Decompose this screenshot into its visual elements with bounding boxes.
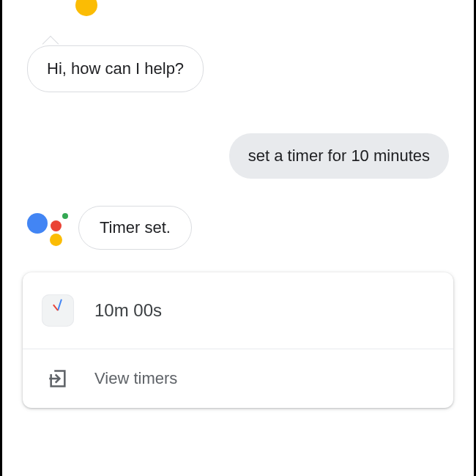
assistant-dot-yellow — [50, 234, 62, 246]
assistant-dot-green — [62, 213, 68, 219]
assistant-response-bubble: Timer set. — [78, 206, 192, 250]
view-timers-row[interactable]: View timers — [23, 349, 453, 408]
timer-row[interactable]: 10m 00s — [23, 272, 453, 349]
assistant-greeting-text: Hi, how can I help? — [47, 59, 184, 78]
timer-duration-text: 10m 00s — [94, 300, 162, 321]
timer-clock-icon — [40, 293, 75, 328]
assistant-response-text: Timer set. — [100, 218, 171, 237]
assistant-dot-blue — [27, 213, 48, 234]
google-assistant-logo — [27, 209, 68, 250]
view-timers-label: View timers — [94, 369, 177, 388]
user-query-bubble[interactable]: set a timer for 10 minutes — [229, 133, 449, 179]
timer-card: 10m 00s View timers — [23, 272, 453, 408]
open-in-app-icon — [46, 367, 70, 390]
user-query-text: set a timer for 10 minutes — [248, 146, 430, 165]
assistant-greeting-bubble: Hi, how can I help? — [27, 45, 204, 92]
assistant-dot-red — [51, 220, 62, 231]
assistant-dot-yellow-partial — [75, 0, 97, 16]
